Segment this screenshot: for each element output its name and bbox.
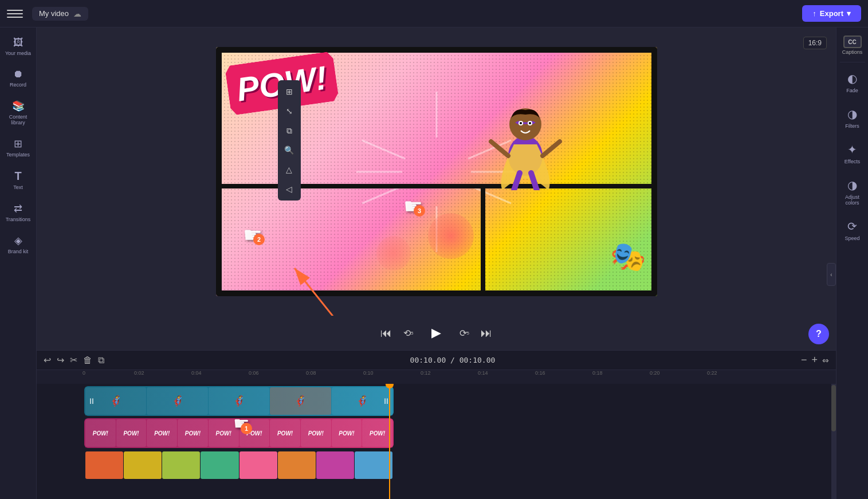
svg-line-7 xyxy=(543,142,560,156)
timeline-area: ↩ ↪ ✂ 🗑 ⧉ 00:10.00 / 00:10.00 − + ⇔ xyxy=(37,350,836,499)
ruler-mark-12: 0:12 xyxy=(421,370,431,376)
glow-circle-2 xyxy=(376,236,411,270)
ruler-mark-14: 0:14 xyxy=(478,370,488,376)
ruler-mark-6: 0:06 xyxy=(249,370,259,376)
ruler-mark-2: 0:02 xyxy=(134,370,144,376)
sidebar-item-label-templates: Templates xyxy=(6,152,30,158)
zoom-in-button[interactable]: + xyxy=(811,354,818,366)
project-name: My video xyxy=(39,9,69,18)
total-time: 00:10.00 xyxy=(459,356,496,364)
record-icon: ⏺ xyxy=(13,68,23,80)
transitions-icon: ⇄ xyxy=(14,202,22,215)
skip-forward-button[interactable]: ⏭ xyxy=(481,327,492,340)
ruler-mark-18: 0:18 xyxy=(592,370,603,376)
floating-toolbar: ⊞ ⤡ ⧉ 🔍 △ ◁ xyxy=(278,80,301,201)
sidebar-item-label-your-media: Your media xyxy=(5,50,31,57)
skip-back-button[interactable]: ⏮ xyxy=(380,327,392,340)
sidebar-item-transitions[interactable]: ⇄ Transitions xyxy=(0,198,36,227)
toolbar-btn-arrow-left[interactable]: ◁ xyxy=(280,180,299,198)
track-2-content[interactable]: POW! POW! POW! POW! xyxy=(84,418,394,448)
speed-icon: ⟳ xyxy=(847,219,857,233)
sidebar-item-record[interactable]: ⏺ Record xyxy=(0,64,36,93)
ruler-mark-8: 0:08 xyxy=(306,370,316,376)
aspect-ratio-badge[interactable]: 16:9 xyxy=(803,37,827,49)
divider-1 xyxy=(840,62,865,62)
track-1-content[interactable]: ⏸ 🦸 🦸 🦸 xyxy=(84,386,394,416)
captions-label: Captions xyxy=(842,49,863,55)
aspect-ratio-label: 16:9 xyxy=(808,39,822,47)
timeline-scrollbar[interactable] xyxy=(831,384,836,499)
toolbar-btn-triangle[interactable]: △ xyxy=(280,160,299,179)
captions-button[interactable]: CC Captions xyxy=(840,32,865,58)
track-3-content[interactable] xyxy=(84,450,394,480)
right-sidebar-item-fade[interactable]: ◐ Fade xyxy=(836,66,868,99)
playhead[interactable] xyxy=(389,384,390,499)
effects-icon: ✦ xyxy=(847,143,857,156)
track-row-2: POW! POW! POW! POW! xyxy=(41,418,831,448)
filters-icon: ◑ xyxy=(847,107,857,121)
export-label: Export xyxy=(820,9,843,18)
menu-button[interactable] xyxy=(7,6,23,22)
sidebar-item-label-brand-kit: Brand kit xyxy=(8,249,29,255)
track-1-pause-left: ⏸ xyxy=(88,396,96,406)
fit-timeline-button[interactable]: ⇔ xyxy=(822,356,829,365)
sidebar-item-label-text: Text xyxy=(13,184,23,191)
svg-line-11 xyxy=(362,140,405,159)
export-button[interactable]: ↑ Export ▾ xyxy=(802,5,861,22)
content-library-icon: 📚 xyxy=(12,100,25,112)
help-button[interactable]: ? xyxy=(808,324,829,344)
timeline-ruler: 0 0:02 0:04 0:06 0:08 0:10 0:12 0:14 0:1… xyxy=(37,370,836,384)
export-arrow-icon: ↑ xyxy=(812,9,816,18)
right-sidebar-collapse[interactable]: ‹ xyxy=(827,263,836,286)
cut-button[interactable]: ✂ xyxy=(70,355,77,366)
toolbar-btn-search[interactable]: 🔍 xyxy=(280,141,299,159)
text-icon: T xyxy=(14,170,21,183)
current-time: 00:10.00 xyxy=(410,356,446,364)
undo-button[interactable]: ↩ xyxy=(44,355,51,366)
fade-icon: ◐ xyxy=(847,72,857,85)
right-sidebar-item-adjust-colors[interactable]: ◑ Adjust colors xyxy=(836,172,868,211)
duplicate-button[interactable]: ⧉ xyxy=(98,355,104,366)
topbar: My video ☁ ↑ Export ▾ xyxy=(0,0,868,27)
right-sidebar-label-speed: Speed xyxy=(845,235,859,241)
toolbar-btn-grid[interactable]: ⊞ xyxy=(280,82,299,101)
right-sidebar: CC Captions ◐ Fade ◑ Filters ✦ Effects ◑… xyxy=(836,27,868,499)
right-sidebar-item-effects[interactable]: ✦ Effects xyxy=(836,137,868,170)
left-sidebar: 🖼 Your media ⏺ Record 📚 Content library … xyxy=(0,27,37,499)
forward-5-button[interactable]: ⟳5 xyxy=(459,328,469,339)
canvas-area: 16:9 POW! xyxy=(37,27,836,316)
sidebar-item-label-transitions: Transitions xyxy=(6,217,31,223)
brand-kit-icon: ◈ xyxy=(14,234,22,247)
play-pause-button[interactable]: ▶ xyxy=(425,321,448,344)
track-left-2 xyxy=(41,418,84,448)
main-layout: 🖼 Your media ⏺ Record 📚 Content library … xyxy=(0,27,868,499)
rewind-5-button[interactable]: ⟲5 xyxy=(403,328,413,339)
svg-point-5 xyxy=(529,122,531,124)
sidebar-item-brand-kit[interactable]: ◈ Brand kit xyxy=(0,230,36,260)
sidebar-item-your-media[interactable]: 🖼 Your media xyxy=(0,32,36,61)
video-preview[interactable]: POW! xyxy=(216,47,657,296)
playback-controls: ⏮ ⟲5 ▶ ⟳5 ⏭ ⛶ xyxy=(37,316,836,350)
redo-button[interactable]: ↪ xyxy=(57,355,64,366)
time-separator: / xyxy=(450,356,459,364)
right-sidebar-label-filters: Filters xyxy=(845,123,859,129)
toolbar-btn-duplicate[interactable]: ⧉ xyxy=(280,121,299,140)
save-icon: ☁ xyxy=(73,9,81,18)
toolbar-btn-resize[interactable]: ⤡ xyxy=(280,102,299,120)
sidebar-item-templates[interactable]: ⊞ Templates xyxy=(0,133,36,163)
sidebar-item-text[interactable]: T Text xyxy=(0,165,36,195)
center-area: 16:9 POW! xyxy=(37,27,836,499)
project-title[interactable]: My video ☁ xyxy=(32,7,88,21)
sidebar-item-content-library[interactable]: 📚 Content library xyxy=(0,95,36,131)
mask-decoration: 🎭 xyxy=(610,240,646,273)
delete-button[interactable]: 🗑 xyxy=(83,355,92,366)
track-row-3 xyxy=(41,450,831,480)
right-sidebar-item-speed[interactable]: ⟳ Speed xyxy=(836,214,868,247)
right-sidebar-item-filters[interactable]: ◑ Filters xyxy=(836,101,868,135)
zoom-controls: − + ⇔ xyxy=(801,354,829,366)
ruler-mark-10: 0:10 xyxy=(363,370,374,376)
superhero-character xyxy=(485,76,565,190)
zoom-out-button[interactable]: − xyxy=(801,354,807,366)
export-chevron-icon: ▾ xyxy=(847,9,851,18)
timeline-scrollbar-thumb[interactable] xyxy=(831,385,836,431)
